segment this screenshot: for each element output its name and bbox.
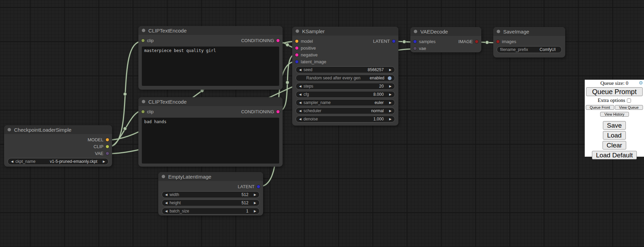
- increment-arrow-icon[interactable]: ▶: [389, 93, 392, 96]
- widget-steps[interactable]: ◀ steps 20 ▶: [296, 83, 395, 90]
- node-title-bar[interactable]: SaveImage: [493, 27, 565, 36]
- node-clip-text-encode-positive[interactable]: CLIPTextEncode clip CONDITIONING masterp…: [138, 26, 283, 90]
- widget-cfg[interactable]: ◀ cfg 8.000 ▶: [296, 91, 395, 98]
- comfyui-canvas[interactable]: { "icons": { "left_arrow": "◀", "right_a…: [0, 0, 644, 247]
- increment-arrow-icon[interactable]: ▶: [103, 160, 105, 163]
- node-title-bar[interactable]: EmptyLatentImage: [158, 172, 263, 181]
- node-collapse-dot-icon[interactable]: [296, 29, 299, 33]
- port-dot-image[interactable]: [475, 40, 478, 43]
- node-title-bar[interactable]: CheckpointLoaderSimple: [4, 125, 112, 134]
- widget-filename-prefix[interactable]: filename_prefix ComfyUI: [497, 46, 562, 53]
- decrement-arrow-icon[interactable]: ◀: [299, 93, 301, 96]
- widget-sampler-name[interactable]: ◀ sampler_name euler ▶: [296, 99, 395, 106]
- port-dot-negative[interactable]: [295, 53, 298, 56]
- node-title: KSampler: [302, 28, 325, 34]
- widget-label: steps: [304, 84, 313, 89]
- port-label: clip: [147, 109, 154, 114]
- view-history-button[interactable]: View History: [600, 112, 629, 117]
- load-button[interactable]: Load: [603, 131, 626, 140]
- load-default-button[interactable]: Load Default: [592, 151, 637, 159]
- node-clip-text-encode-negative[interactable]: CLIPTextEncode clip CONDITIONING bad han…: [138, 97, 283, 167]
- decrement-arrow-icon[interactable]: ◀: [299, 118, 301, 121]
- widget-scheduler[interactable]: ◀ scheduler normal ▶: [296, 107, 395, 114]
- node-collapse-dot-icon[interactable]: [142, 100, 145, 103]
- extra-options-checkbox[interactable]: [627, 99, 631, 103]
- link-midpoint-dot[interactable]: [123, 92, 127, 96]
- node-collapse-dot-icon[interactable]: [497, 30, 500, 33]
- port-dot-model[interactable]: [106, 138, 109, 141]
- increment-arrow-icon[interactable]: ▶: [254, 202, 256, 205]
- port-dot-samples[interactable]: [413, 40, 417, 43]
- link-midpoint-dot[interactable]: [286, 43, 289, 47]
- widget-random-seed-toggle[interactable]: Random seed after every gen enabled: [296, 75, 395, 81]
- node-title: EmptyLatentImage: [168, 174, 211, 180]
- port-dot-conditioning[interactable]: [276, 110, 280, 113]
- port-label: positive: [301, 46, 316, 51]
- port-dot-latent[interactable]: [257, 185, 260, 188]
- decrement-arrow-icon[interactable]: ◀: [165, 210, 168, 213]
- increment-arrow-icon[interactable]: ▶: [254, 193, 256, 196]
- node-save-image[interactable]: SaveImage images filename_prefix ComfyUI: [493, 27, 565, 57]
- decrement-arrow-icon[interactable]: ◀: [165, 193, 168, 196]
- queue-prompt-button[interactable]: Queue Prompt: [586, 87, 643, 96]
- node-title-bar[interactable]: CLIPTextEncode: [138, 26, 283, 35]
- increment-arrow-icon[interactable]: ▶: [254, 210, 256, 213]
- port-dot-positive[interactable]: [295, 47, 298, 50]
- prompt-textarea[interactable]: bad hands: [142, 118, 279, 164]
- port-dot-clip[interactable]: [141, 110, 145, 113]
- queue-front-button[interactable]: Queue Front: [586, 105, 614, 110]
- node-ksampler[interactable]: KSampler model LATENT positive negative: [292, 27, 398, 126]
- decrement-arrow-icon[interactable]: ◀: [299, 101, 301, 104]
- decrement-arrow-icon[interactable]: ◀: [299, 68, 301, 72]
- widget-ckpt-name[interactable]: ◀ ckpt_name v1-5-pruned-emaonly.ckpt ▶: [8, 158, 109, 165]
- widget-width[interactable]: ◀ width 512 ▶: [162, 191, 260, 198]
- link-midpoint-dot[interactable]: [123, 127, 127, 130]
- toggle-dot[interactable]: [388, 76, 392, 80]
- port-dot-model[interactable]: [295, 40, 298, 43]
- node-collapse-dot-icon[interactable]: [142, 29, 145, 32]
- widget-label: seed: [304, 67, 312, 72]
- increment-arrow-icon[interactable]: ▶: [389, 68, 392, 72]
- port-label: LATENT: [238, 184, 255, 189]
- view-queue-button[interactable]: View Queue: [615, 105, 643, 110]
- save-button[interactable]: Save: [603, 121, 626, 130]
- widget-denoise[interactable]: ◀ denoise 1.000 ▶: [296, 116, 395, 122]
- input-port-model: model: [295, 39, 313, 44]
- increment-arrow-icon[interactable]: ▶: [389, 118, 392, 121]
- link-midpoint-dot[interactable]: [286, 81, 289, 84]
- decrement-arrow-icon[interactable]: ◀: [11, 160, 13, 163]
- node-title-bar[interactable]: KSampler: [292, 27, 398, 36]
- increment-arrow-icon[interactable]: ▶: [389, 85, 392, 88]
- node-title-bar[interactable]: CLIPTextEncode: [138, 97, 283, 106]
- port-dot-conditioning[interactable]: [276, 39, 280, 42]
- port-dot-images[interactable]: [496, 40, 499, 43]
- port-dot-vae[interactable]: [106, 152, 109, 155]
- port-dot-latent-image[interactable]: [295, 60, 298, 63]
- node-collapse-dot-icon[interactable]: [414, 30, 417, 33]
- decrement-arrow-icon[interactable]: ◀: [165, 202, 168, 205]
- widget-seed[interactable]: ◀ seed 8566257 ▶: [296, 66, 395, 73]
- increment-arrow-icon[interactable]: ▶: [389, 101, 392, 104]
- increment-arrow-icon[interactable]: ▶: [389, 109, 392, 113]
- node-checkpoint-loader-simple[interactable]: CheckpointLoaderSimple MODEL CLIP VAE ◀ …: [4, 125, 112, 167]
- link-midpoint-dot[interactable]: [485, 41, 489, 44]
- node-title-bar[interactable]: VAEDecode: [410, 27, 481, 36]
- node-empty-latent-image[interactable]: EmptyLatentImage LATENT ◀ width 512 ▶ ◀ …: [158, 172, 263, 216]
- node-collapse-dot-icon[interactable]: [162, 175, 165, 178]
- widget-batch-size[interactable]: ◀ batch_size 1 ▶: [162, 208, 260, 214]
- link-midpoint-dot[interactable]: [402, 40, 406, 43]
- decrement-arrow-icon[interactable]: ◀: [299, 109, 301, 113]
- node-collapse-dot-icon[interactable]: [8, 128, 11, 131]
- widget-height[interactable]: ◀ height 512 ▶: [162, 199, 260, 206]
- output-port-conditioning: CONDITIONING: [241, 38, 280, 43]
- clear-button[interactable]: Clear: [603, 141, 626, 150]
- settings-gear-icon[interactable]: ⚙: [639, 80, 643, 86]
- port-dot-latent[interactable]: [392, 40, 395, 43]
- port-dot-clip[interactable]: [141, 39, 145, 42]
- port-dot-vae[interactable]: [413, 47, 417, 50]
- node-vae-decode[interactable]: VAEDecode samples IMAGE vae: [410, 27, 481, 52]
- prompt-textarea[interactable]: masterpiece best quality girl: [142, 47, 279, 86]
- decrement-arrow-icon[interactable]: ◀: [299, 85, 301, 88]
- input-port-latent-image: latent_image: [295, 59, 326, 64]
- port-dot-clip[interactable]: [106, 145, 109, 148]
